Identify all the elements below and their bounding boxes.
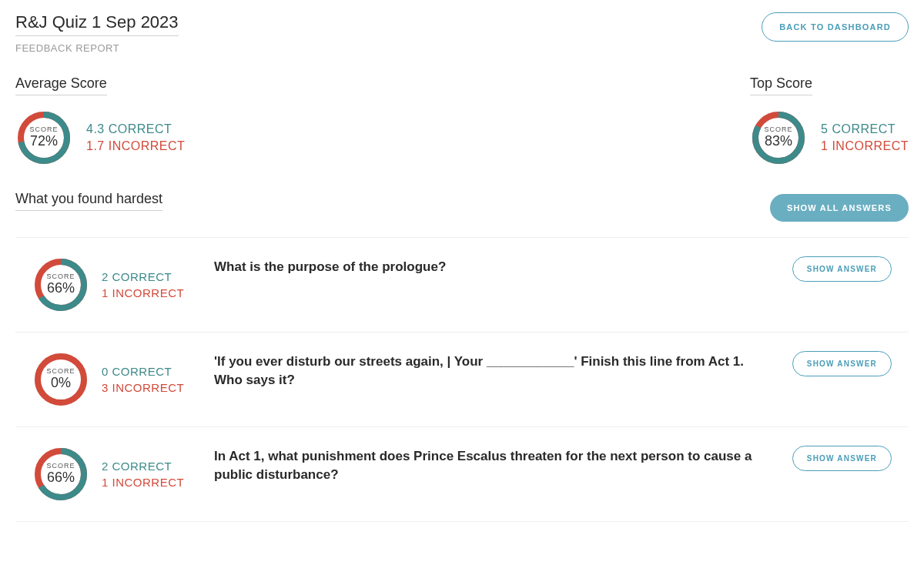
question-donut: SCORE 66% bbox=[32, 256, 89, 313]
average-correct: 4.3 CORRECT bbox=[86, 122, 185, 136]
top-score-block: Top Score SCORE 83% 5 CORRECT 1 INCORREC… bbox=[750, 75, 909, 166]
average-incorrect: 1.7 INCORRECT bbox=[86, 139, 185, 153]
question-donut: SCORE 0% bbox=[32, 351, 89, 408]
title-block: R&J Quiz 1 Sep 2023 FEEDBACK REPORT bbox=[15, 12, 179, 54]
header: R&J Quiz 1 Sep 2023 FEEDBACK REPORT BACK… bbox=[15, 12, 909, 54]
top-correct: 5 CORRECT bbox=[821, 122, 909, 136]
show-all-answers-button[interactable]: SHOW ALL ANSWERS bbox=[770, 194, 909, 222]
question-incorrect: 3 INCORRECT bbox=[102, 381, 184, 394]
scores-row: Average Score SCORE 72% 4.3 CORRECT 1.7 … bbox=[15, 75, 909, 166]
question-card: SCORE 66% 2 CORRECT 1 INCORRECT What is … bbox=[15, 237, 909, 333]
donut-score-label: SCORE bbox=[29, 125, 58, 133]
question-percent: 0% bbox=[46, 376, 75, 392]
question-correct: 0 CORRECT bbox=[102, 365, 184, 378]
top-score-donut: SCORE 83% bbox=[750, 109, 807, 166]
page-title: R&J Quiz 1 Sep 2023 bbox=[15, 12, 179, 36]
question-text: In Act 1, what punishment does Prince Es… bbox=[214, 446, 772, 484]
show-answer-button[interactable]: SHOW ANSWER bbox=[792, 351, 892, 376]
top-score-percent: 83% bbox=[765, 134, 793, 150]
donut-score-label: SCORE bbox=[46, 272, 75, 280]
show-answer-button[interactable]: SHOW ANSWER bbox=[792, 256, 892, 282]
question-correct: 2 CORRECT bbox=[102, 460, 184, 473]
average-score-percent: 72% bbox=[29, 134, 58, 150]
page-subtitle: FEEDBACK REPORT bbox=[15, 42, 179, 54]
hardest-heading: What you found hardest bbox=[15, 191, 162, 211]
question-incorrect: 1 INCORRECT bbox=[102, 286, 184, 299]
question-donut: SCORE 66% bbox=[32, 446, 89, 503]
question-text: 'If you ever disturb our streets again, … bbox=[214, 351, 772, 389]
average-score-block: Average Score SCORE 72% 4.3 CORRECT 1.7 … bbox=[15, 75, 185, 166]
hardest-section: What you found hardest SHOW ALL ANSWERS … bbox=[15, 191, 909, 522]
donut-score-label: SCORE bbox=[46, 462, 75, 470]
question-correct: 2 CORRECT bbox=[102, 270, 184, 283]
top-incorrect: 1 INCORRECT bbox=[821, 139, 909, 153]
show-answer-button[interactable]: SHOW ANSWER bbox=[792, 446, 892, 471]
question-text: What is the purpose of the prologue? bbox=[214, 256, 772, 276]
donut-score-label: SCORE bbox=[765, 125, 793, 133]
question-card: SCORE 66% 2 CORRECT 1 INCORRECT In Act 1… bbox=[15, 427, 909, 522]
question-incorrect: 1 INCORRECT bbox=[102, 476, 184, 489]
question-percent: 66% bbox=[46, 281, 75, 297]
average-score-heading: Average Score bbox=[15, 75, 107, 95]
donut-score-label: SCORE bbox=[46, 367, 75, 375]
back-to-dashboard-button[interactable]: BACK TO DASHBOARD bbox=[762, 12, 909, 42]
questions-list: SCORE 66% 2 CORRECT 1 INCORRECT What is … bbox=[15, 237, 909, 522]
top-score-heading: Top Score bbox=[750, 75, 812, 95]
question-card: SCORE 0% 0 CORRECT 3 INCORRECT 'If you e… bbox=[15, 333, 909, 427]
question-percent: 66% bbox=[46, 470, 75, 486]
average-score-donut: SCORE 72% bbox=[15, 109, 72, 166]
